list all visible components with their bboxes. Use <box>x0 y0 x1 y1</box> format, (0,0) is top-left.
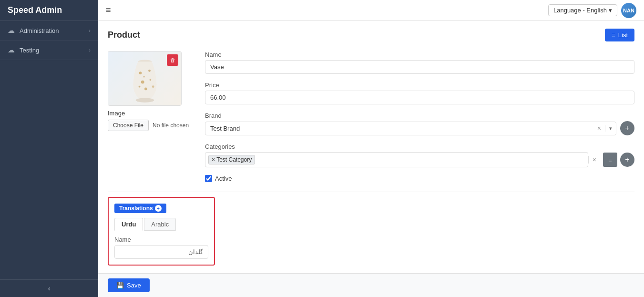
translations-section: Translations + Urdu Arabic Name <box>108 197 215 266</box>
tab-urdu[interactable]: Urdu <box>114 218 143 231</box>
main-content: ≡ Language - English ▾ NAN Product ≡ Lis… <box>98 0 644 297</box>
categories-tags[interactable]: × Test Category <box>205 152 588 167</box>
avatar[interactable]: NAN <box>621 3 636 18</box>
administration-icon: ☁ <box>8 26 15 35</box>
translations-plus-icon: + <box>155 205 162 212</box>
categories-label: Categories <box>205 143 634 150</box>
chevron-right-icon-2: › <box>89 47 91 53</box>
vase-svg <box>126 55 164 102</box>
dropdown-arrow-icon: ▾ <box>609 7 612 14</box>
translation-name-label: Name <box>114 236 208 243</box>
trash-icon: 🗑 <box>170 57 175 63</box>
save-label: Save <box>127 282 141 289</box>
brand-dropdown-icon: ▾ <box>605 125 616 132</box>
price-label: Price <box>205 82 634 89</box>
list-button-label: List <box>618 31 628 39</box>
name-input[interactable] <box>205 60 634 74</box>
brand-select[interactable]: Test Brand × ▾ <box>205 122 616 135</box>
price-input[interactable] <box>205 91 634 104</box>
category-tag: × Test Category <box>208 155 255 164</box>
svg-point-4 <box>141 80 144 83</box>
translations-header: Translations + <box>114 204 208 213</box>
translations-tabs: Urdu Arabic <box>114 218 208 231</box>
name-label: Name <box>205 51 634 58</box>
language-label: Language - English <box>553 7 607 14</box>
active-checkbox-row: Active <box>205 175 634 182</box>
categories-field-group: Categories × Test Category × ≡ <box>205 143 634 167</box>
brand-clear-button[interactable]: × <box>593 124 605 132</box>
sidebar-item-label-administration: Administration <box>20 27 59 34</box>
active-label: Active <box>215 175 232 182</box>
sidebar-collapse-button[interactable]: ‹ <box>0 279 98 297</box>
chevron-right-icon: › <box>89 28 91 33</box>
brand-field-group: Brand Test Brand × ▾ + <box>205 112 634 135</box>
categories-clear-button[interactable]: × <box>588 156 600 164</box>
svg-point-2 <box>139 72 142 74</box>
svg-point-7 <box>138 85 140 87</box>
product-fields: Name Price Brand Test Brand <box>205 51 634 182</box>
categories-add-button[interactable]: + <box>620 153 634 167</box>
sidebar-item-testing[interactable]: ☁ Testing › <box>0 41 98 60</box>
categories-list-button[interactable]: ≡ <box>603 153 617 167</box>
collapse-icon: ‹ <box>48 285 51 292</box>
category-tag-label: × Test Category <box>212 156 252 163</box>
brand-row: Test Brand × ▾ + <box>205 121 634 135</box>
image-section: 🗑 Image Choose File No file chosen <box>108 51 194 182</box>
sidebar-item-administration[interactable]: ☁ Administration › <box>0 21 98 41</box>
sidebar: Speed Admin ☁ Administration › ☁ Testing… <box>0 0 98 297</box>
image-preview: 🗑 <box>108 51 182 106</box>
hamburger-menu-button[interactable]: ≡ <box>106 5 111 15</box>
plus-icon-cat: + <box>625 155 629 164</box>
save-button[interactable]: 💾 Save <box>108 278 150 292</box>
categories-row: × Test Category × ≡ + <box>205 152 634 167</box>
delete-image-button[interactable]: 🗑 <box>167 54 178 66</box>
tab-arabic[interactable]: Arabic <box>144 218 176 231</box>
footer-bar: 💾 Save <box>98 273 644 297</box>
name-field-group: Name <box>205 51 634 74</box>
brand-add-button[interactable]: + <box>620 121 634 135</box>
save-icon: 💾 <box>116 282 124 289</box>
page-title: Product <box>108 30 140 40</box>
svg-point-3 <box>148 69 151 72</box>
list-button[interactable]: ≡ List <box>605 29 634 41</box>
image-label: Image <box>108 110 194 117</box>
header: ≡ Language - English ▾ NAN <box>98 0 644 21</box>
svg-point-5 <box>149 79 151 81</box>
translations-title: Translations + <box>114 204 166 213</box>
plus-icon: + <box>625 124 629 133</box>
price-field-group: Price <box>205 82 634 104</box>
active-checkbox[interactable] <box>205 175 212 182</box>
svg-point-8 <box>152 85 154 88</box>
choose-file-button[interactable]: Choose File <box>108 120 149 131</box>
translation-name-input[interactable] <box>114 245 208 259</box>
page-header: Product ≡ List <box>108 29 634 41</box>
svg-point-9 <box>143 75 145 77</box>
svg-point-1 <box>135 98 153 102</box>
sidebar-title: Speed Admin <box>0 0 98 21</box>
brand-label: Brand <box>205 112 634 119</box>
file-input-row: Choose File No file chosen <box>108 120 194 131</box>
sidebar-item-label-testing: Testing <box>20 47 39 54</box>
no-file-text: No file chosen <box>153 122 189 129</box>
language-selector[interactable]: Language - English ▾ <box>548 4 617 16</box>
list-icon: ≡ <box>612 31 615 39</box>
product-form: 🗑 Image Choose File No file chosen Name <box>108 51 634 182</box>
avatar-text: NAN <box>623 8 634 13</box>
content-area: Product ≡ List <box>98 21 644 273</box>
svg-point-6 <box>144 87 147 90</box>
list-icon-btn: ≡ <box>608 156 612 164</box>
testing-icon: ☁ <box>8 46 15 54</box>
brand-selected-value: Test Brand <box>205 122 593 135</box>
